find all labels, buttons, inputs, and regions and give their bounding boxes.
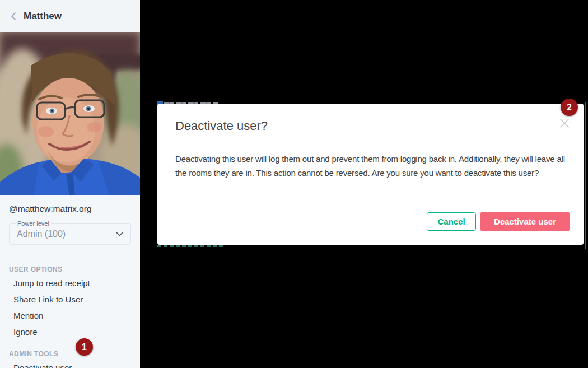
- chevron-left-icon: [11, 12, 16, 21]
- cancel-button[interactable]: Cancel: [427, 212, 476, 231]
- dialog-button-row: Cancel Deactivate user: [427, 212, 570, 231]
- menu-item-jump-to-read-receipt[interactable]: Jump to read receipt: [13, 277, 131, 290]
- background-scrollbar-sliver: [585, 102, 586, 249]
- annotation-step-badge-1: 1: [76, 338, 93, 356]
- deactivate-user-button[interactable]: Deactivate user: [480, 212, 570, 231]
- admin-tools-heading: ADMIN TOOLS: [9, 350, 131, 358]
- chevron-down-icon: [116, 232, 123, 236]
- portrait-photo-illustration: [0, 32, 140, 195]
- occluded-content-sliver: [157, 245, 223, 247]
- menu-item-ignore[interactable]: Ignore: [13, 325, 131, 338]
- menu-item-deactivate-user[interactable]: Deactivate user: [13, 361, 131, 368]
- dialog-body-text: Deactivating this user will log them out…: [175, 152, 569, 180]
- member-info-panel: Matthew: [0, 0, 140, 368]
- power-level-label: Power level: [16, 220, 51, 227]
- menu-item-share-link-to-user[interactable]: Share Link to User: [13, 293, 131, 306]
- matrix-user-id: @matthew:matrix.org: [9, 204, 131, 214]
- power-level-value: Admin (100): [17, 229, 116, 239]
- close-icon[interactable]: [559, 118, 570, 129]
- member-name-title: Matthew: [24, 11, 62, 22]
- power-level-select[interactable]: Power level Admin (100): [9, 223, 131, 245]
- app-screen: Matthew: [0, 0, 588, 368]
- annotation-step-badge-2: 2: [561, 99, 578, 116]
- dialog-title: Deactivate user?: [175, 119, 268, 133]
- back-button[interactable]: [7, 10, 20, 23]
- menu-item-mention[interactable]: Mention: [13, 309, 131, 322]
- user-options-heading: USER OPTIONS: [9, 265, 131, 273]
- member-panel-body: @matthew:matrix.org Power level Admin (1…: [0, 204, 140, 368]
- member-panel-header: Matthew: [0, 0, 140, 32]
- member-avatar-photo[interactable]: [0, 32, 140, 195]
- deactivate-user-dialog: Deactivate user? Deactivating this user …: [157, 104, 584, 245]
